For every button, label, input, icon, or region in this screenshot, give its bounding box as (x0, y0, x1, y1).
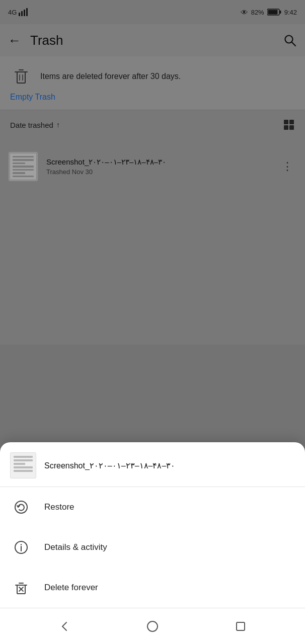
svg-point-27 (147, 621, 158, 631)
nav-bar (0, 608, 305, 644)
restore-label: Restore (44, 502, 74, 512)
delete-forever-label: Delete forever (44, 583, 98, 593)
delete-forever-icon (12, 579, 30, 597)
svg-point-18 (15, 501, 27, 513)
nav-home-button[interactable] (146, 620, 159, 632)
svg-rect-28 (237, 622, 245, 630)
sheet-file-thumbnail (10, 452, 36, 478)
sheet-file-name: Screenshot_۲۰۲۰–۰۱–۲۳–۱۸–۴۸–۳۰ (44, 461, 175, 470)
info-icon (12, 538, 30, 556)
bottom-sheet: Screenshot_۲۰۲۰–۰۱–۲۳–۱۸–۴۸–۳۰ Restore D… (0, 442, 305, 644)
details-menu-item[interactable]: Details & activity (0, 527, 305, 568)
nav-recents-button[interactable] (235, 620, 247, 632)
svg-point-21 (21, 544, 22, 545)
restore-menu-item[interactable]: Restore (0, 487, 305, 527)
restore-icon (12, 498, 30, 516)
nav-back-button[interactable] (58, 620, 70, 632)
sheet-header: Screenshot_۲۰۲۰–۰۱–۲۳–۱۸–۴۸–۳۰ (0, 442, 305, 487)
details-label: Details & activity (44, 542, 107, 552)
delete-forever-menu-item[interactable]: Delete forever (0, 568, 305, 608)
